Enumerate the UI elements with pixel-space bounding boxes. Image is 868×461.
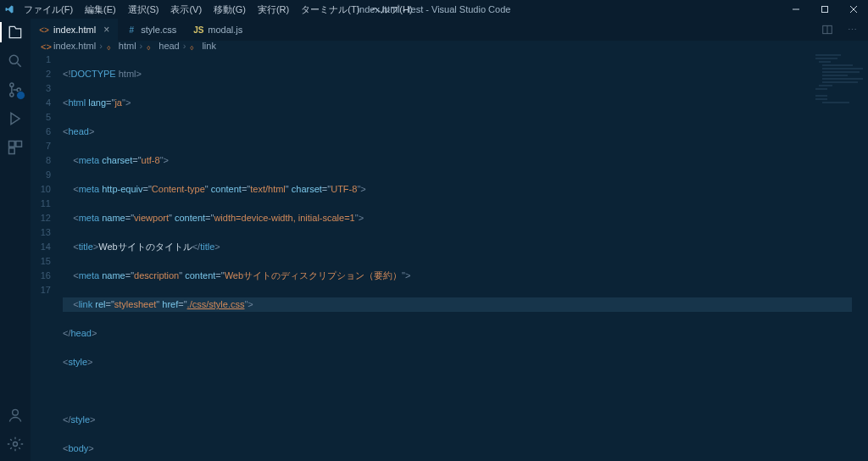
tab-label: style.css	[141, 25, 176, 35]
css-file-icon: #	[126, 25, 136, 35]
accounts-icon[interactable]	[7, 407, 24, 424]
svg-rect-23	[822, 78, 863, 80]
svg-rect-27	[815, 95, 827, 97]
minimap[interactable]	[815, 54, 863, 105]
chevron-right-icon: ›	[140, 41, 143, 51]
svg-rect-24	[822, 81, 858, 83]
svg-point-12	[13, 409, 19, 415]
tab-modal-js[interactable]: JS modal.js	[185, 19, 251, 41]
svg-rect-29	[822, 102, 849, 103]
tab-label: modal.js	[208, 25, 242, 35]
search-icon[interactable]	[7, 53, 24, 69]
vscode-logo-icon	[0, 4, 19, 14]
html-file-icon: <>	[41, 42, 50, 51]
maximize-button[interactable]	[810, 0, 839, 19]
html-file-icon: <>	[39, 25, 49, 35]
svg-rect-21	[822, 71, 860, 73]
run-debug-icon[interactable]	[7, 110, 24, 127]
code-editor[interactable]: 1234567891011121314151617 <!DOCTYPE html…	[31, 51, 868, 461]
breadcrumb-item[interactable]: head	[159, 41, 179, 51]
explorer-icon[interactable]	[7, 24, 24, 41]
svg-rect-20	[822, 68, 863, 69]
svg-point-13	[14, 442, 18, 447]
chevron-right-icon: ›	[99, 41, 103, 51]
minimize-button[interactable]	[782, 0, 810, 19]
menu-terminal[interactable]: ターミナル(T)	[296, 2, 364, 18]
svg-rect-11	[9, 148, 15, 154]
editor-area: <> index.html × # style.css JS modal.js …	[31, 19, 868, 461]
svg-rect-9	[9, 142, 15, 147]
editor-actions: ⋯	[812, 19, 868, 41]
menu-go[interactable]: 移動(G)	[209, 2, 251, 18]
menu-view[interactable]: 表示(V)	[165, 2, 207, 18]
tag-icon: ⬨	[146, 42, 155, 51]
editor-tabs: <> index.html × # style.css JS modal.js …	[31, 19, 868, 41]
svg-point-4	[9, 55, 18, 64]
svg-rect-18	[819, 61, 831, 63]
menu-file[interactable]: ファイル(F)	[19, 2, 78, 18]
svg-rect-19	[822, 64, 853, 66]
main-menu: ファイル(F) 編集(E) 選択(S) 表示(V) 移動(G) 実行(R) ター…	[19, 2, 418, 18]
svg-line-5	[18, 64, 21, 67]
menu-run[interactable]: 実行(R)	[253, 2, 294, 18]
activity-bar	[0, 19, 31, 461]
settings-gear-icon[interactable]	[7, 436, 24, 453]
split-editor-icon[interactable]	[819, 21, 836, 38]
tag-icon: ⬨	[106, 42, 115, 51]
close-icon[interactable]: ×	[103, 24, 109, 36]
svg-point-7	[10, 93, 14, 97]
extensions-icon[interactable]	[7, 139, 24, 156]
menu-help[interactable]: ヘルプ(H)	[366, 2, 417, 18]
source-control-icon[interactable]	[7, 81, 24, 98]
code-lines[interactable]: <!DOCTYPE html> <html lang="ja"> <head> …	[58, 51, 868, 461]
breadcrumb[interactable]: <> index.html › ⬨ html › ⬨ head › ⬨ link	[31, 41, 868, 51]
tab-style-css[interactable]: # style.css	[118, 19, 185, 41]
line-numbers: 1234567891011121314151617	[31, 51, 58, 461]
tag-icon: ⬨	[189, 42, 198, 51]
svg-rect-22	[822, 75, 848, 76]
svg-rect-17	[815, 58, 837, 59]
svg-point-6	[10, 83, 14, 86]
breadcrumb-item[interactable]: link	[202, 41, 216, 51]
svg-rect-10	[16, 142, 22, 147]
titlebar: ファイル(F) 編集(E) 選択(S) 表示(V) 移動(G) 実行(R) ター…	[0, 0, 868, 19]
svg-rect-16	[815, 54, 841, 56]
svg-rect-28	[815, 98, 827, 100]
breadcrumb-item[interactable]: index.html	[53, 41, 96, 51]
breadcrumb-item[interactable]: html	[119, 41, 136, 51]
svg-rect-25	[819, 85, 832, 86]
svg-rect-1	[822, 7, 828, 13]
more-actions-icon[interactable]: ⋯	[844, 21, 861, 38]
svg-rect-26	[815, 88, 827, 90]
chevron-right-icon: ›	[183, 41, 186, 51]
close-button[interactable]	[839, 0, 868, 19]
svg-point-8	[17, 88, 20, 92]
menu-select[interactable]: 選択(S)	[123, 2, 164, 18]
tab-index-html[interactable]: <> index.html ×	[31, 19, 118, 41]
js-file-icon: JS	[193, 25, 203, 35]
tab-label: index.html	[53, 25, 96, 35]
menu-edit[interactable]: 編集(E)	[80, 2, 121, 18]
window-controls	[782, 0, 868, 19]
